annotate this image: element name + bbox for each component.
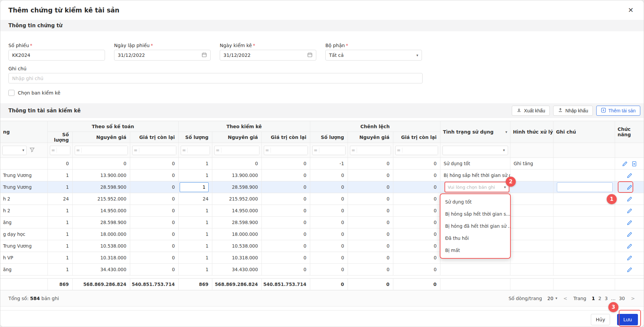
- inventory-board-checkbox[interactable]: [8, 90, 14, 96]
- edit-icon[interactable]: [627, 244, 632, 249]
- filter-operator[interactable]: =: [133, 148, 139, 153]
- numeric-cell: 0: [348, 264, 393, 276]
- note-cell: [553, 205, 615, 217]
- filter-operator[interactable]: =: [75, 148, 82, 153]
- next-page-button[interactable]: >: [630, 296, 636, 301]
- prev-page-button[interactable]: <: [563, 296, 568, 301]
- edit-icon[interactable]: [627, 267, 632, 272]
- filter-input[interactable]: [139, 146, 176, 155]
- filter-operator[interactable]: =: [350, 148, 357, 153]
- filter-cell: =: [261, 143, 310, 158]
- edit-icon[interactable]: [627, 208, 632, 214]
- actions-cell: [615, 252, 644, 264]
- ngay-lap-phieu-datepicker[interactable]: 31/12/2022: [114, 50, 211, 61]
- filter-input[interactable]: [271, 146, 308, 155]
- filter-input[interactable]: [402, 146, 438, 155]
- numeric-cell: 0: [348, 240, 393, 252]
- edit-icon[interactable]: [627, 255, 632, 261]
- required-marker: *: [253, 43, 255, 48]
- dropdown-option[interactable]: Đã thu hồi: [440, 232, 510, 244]
- actions-cell: [615, 170, 644, 181]
- dropdown-option[interactable]: Bị mất: [440, 244, 510, 256]
- cancel-button[interactable]: Hủy: [591, 314, 610, 325]
- filter-operator[interactable]: =: [313, 148, 319, 153]
- numeric-cell: 0: [348, 228, 393, 240]
- page-number[interactable]: 1: [592, 296, 595, 301]
- numeric-cell: 215.952.000: [212, 193, 261, 205]
- summary-numeric-cell: 540.851.753.714: [130, 279, 178, 290]
- numeric-cell: 18.000.000: [212, 228, 261, 240]
- sort-caret-icon[interactable]: ▾: [505, 130, 507, 134]
- dropdown-option[interactable]: Sử dụng tốt: [440, 196, 510, 208]
- numeric-cell: 0: [261, 205, 310, 217]
- edit-icon[interactable]: [627, 173, 632, 178]
- edit-icon[interactable]: [627, 220, 632, 225]
- rows-per-page-select[interactable]: 20 ▾: [547, 296, 557, 301]
- filter-operator[interactable]: =: [50, 148, 57, 153]
- table-row[interactable]: h 224215.952.000024215.952.0000000: [0, 193, 644, 205]
- export-button[interactable]: Xuất khẩu: [512, 106, 550, 116]
- numeric-cell: 34.430.000: [212, 264, 261, 276]
- row-note-input[interactable]: [557, 182, 613, 192]
- page-number[interactable]: 3: [605, 296, 608, 301]
- table-row[interactable]: h 2114.950.0000114.950.0000000: [0, 205, 644, 217]
- numeric-cell: 0: [310, 205, 348, 217]
- column-header-status[interactable]: Tình trạng sử dụng▾: [440, 121, 510, 143]
- page-number[interactable]: 2: [598, 296, 601, 301]
- numeric-cell: [178, 181, 212, 193]
- page-number[interactable]: 30: [619, 296, 625, 301]
- funnel-icon[interactable]: [30, 147, 35, 153]
- sub-header: Giá trị còn lại: [393, 132, 440, 143]
- assets-section-header: Thông tin tài sản kiểm kê Xuất khẩu Nhập…: [0, 103, 644, 118]
- table-row[interactable]: Trung Vương128.598.900028.598.9000000Vui…: [0, 181, 644, 193]
- filter-operator[interactable]: =: [396, 148, 402, 153]
- table-row[interactable]: h VP110.318.0000110.318.0000000: [0, 252, 644, 264]
- dropdown-option[interactable]: Bị hỏng đã hết thời gian sử ...: [440, 220, 510, 232]
- numeric-cell: 0: [393, 170, 440, 181]
- so-phieu-input[interactable]: [8, 50, 105, 61]
- numeric-cell: 0: [130, 170, 178, 181]
- inventory-qty-input[interactable]: [180, 182, 208, 192]
- calendar-icon[interactable]: [307, 52, 313, 59]
- table-row[interactable]: 000100-100Sử dụng tốtGhi tăng: [0, 158, 644, 170]
- status-filter-select[interactable]: ▾: [442, 146, 508, 155]
- filter-input[interactable]: [319, 146, 345, 155]
- numeric-cell: 1: [47, 217, 72, 228]
- dropdown-option[interactable]: Bị hỏng sắp hết thời gian s...: [440, 208, 510, 220]
- edit-icon[interactable]: [627, 185, 632, 190]
- import-button[interactable]: Nhập khẩu: [553, 106, 593, 116]
- table-row[interactable]: Trung Vương110.538.0000110.538.0000000: [0, 240, 644, 252]
- close-icon[interactable]: ✕: [628, 7, 634, 13]
- numeric-cell: 215.952.000: [72, 193, 130, 205]
- table-row[interactable]: ăng134.430.0000134.430.0000000: [0, 264, 644, 276]
- ngay-kiem-ke-datepicker[interactable]: 31/12/2022: [220, 50, 316, 61]
- calendar-icon[interactable]: [202, 52, 207, 59]
- edit-icon[interactable]: [622, 161, 628, 167]
- remove-icon[interactable]: [632, 161, 637, 167]
- edit-icon[interactable]: [627, 232, 632, 237]
- note-input[interactable]: [8, 73, 423, 83]
- edit-icon[interactable]: [627, 196, 632, 202]
- table-row[interactable]: g dạy học118.000.0000118.000.0000000: [0, 228, 644, 240]
- status-combobox[interactable]: Vui lòng chọn bản ghi▾: [444, 182, 509, 192]
- numeric-cell: 1: [47, 252, 72, 264]
- filter-operator[interactable]: =: [181, 148, 188, 153]
- filter-operator[interactable]: =: [215, 148, 221, 153]
- table-row[interactable]: ăng128.598.9000128.598.9000000: [0, 217, 644, 228]
- note-cell: [553, 240, 615, 252]
- page-list: 123...30: [592, 296, 625, 301]
- add-asset-button[interactable]: Thêm tài sản: [596, 106, 640, 116]
- document-info-section-header: Thông tin chứng từ: [0, 20, 644, 31]
- save-button[interactable]: Lưu: [617, 314, 638, 325]
- bo-phan-select[interactable]: Tất cả ▾: [325, 50, 422, 61]
- table-row[interactable]: Trung Vương113.900.0000113.900.0000000Bị…: [0, 170, 644, 181]
- filter-input[interactable]: [57, 146, 70, 155]
- filter-input[interactable]: [357, 146, 391, 155]
- filter-operator[interactable]: =: [264, 148, 271, 153]
- column-header-note: Ghi chú: [553, 121, 615, 143]
- numeric-cell: 0: [130, 205, 178, 217]
- filter-input[interactable]: [221, 146, 259, 155]
- name-filter-select[interactable]: ▾: [2, 146, 27, 155]
- filter-input[interactable]: [82, 146, 128, 155]
- filter-input[interactable]: [188, 146, 210, 155]
